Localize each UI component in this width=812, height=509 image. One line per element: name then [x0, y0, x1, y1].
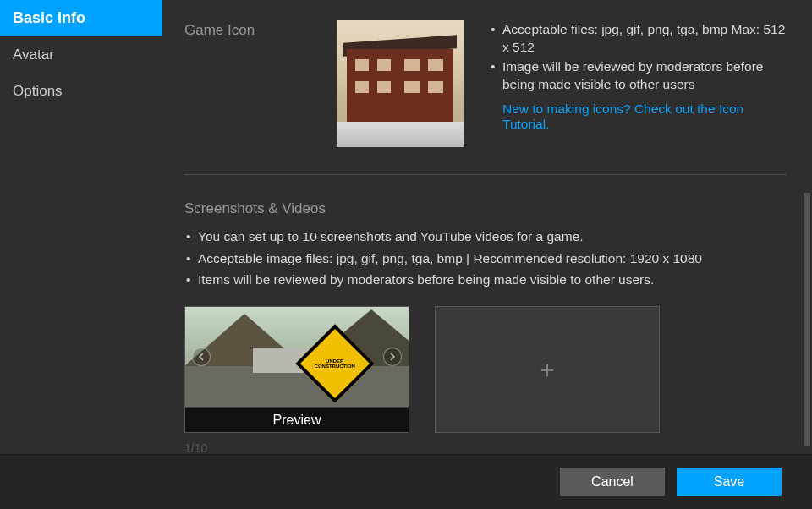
cancel-button[interactable]: Cancel — [560, 468, 665, 496]
sidebar-item-avatar[interactable]: Avatar — [0, 36, 162, 73]
sidebar-item-label: Basic Info — [13, 9, 85, 27]
info-bullet: Items will be reviewed by moderators bef… — [184, 269, 787, 291]
media-counter: 1/10 — [184, 441, 787, 454]
info-bullet: Acceptable image files: jpg, gif, png, t… — [184, 248, 787, 270]
sidebar: Basic Info Avatar Options — [0, 0, 162, 454]
thumbnail-caption: Preview — [185, 407, 409, 432]
media-row: UNDER CONSTRUCTION Preview ＋ — [184, 306, 787, 433]
screenshot-thumbnail[interactable]: UNDER CONSTRUCTION Preview — [184, 306, 409, 433]
icon-tutorial-link[interactable]: New to making icons? Check out the Icon … — [489, 101, 787, 132]
add-media-button[interactable]: ＋ — [435, 306, 660, 433]
scrollbar-thumb[interactable] — [804, 193, 810, 446]
sidebar-item-label: Avatar — [13, 47, 54, 63]
footer: Cancel Save — [0, 454, 812, 509]
thumbnail-prev-button[interactable] — [192, 348, 211, 366]
game-icon-section: Game Icon — [184, 0, 787, 147]
game-icon-info: Acceptable files: jpg, gif, png, tga, bm… — [472, 20, 787, 147]
screenshots-title: Screenshots & Videos — [184, 200, 787, 217]
plus-icon: ＋ — [535, 353, 559, 386]
sidebar-item-options[interactable]: Options — [0, 73, 162, 109]
section-divider — [184, 174, 787, 175]
info-bullet: Image will be reviewed by moderators bef… — [489, 57, 787, 95]
game-icon-label: Game Icon — [184, 20, 337, 147]
content-scroll-area[interactable]: Game Icon — [162, 0, 802, 454]
screenshots-info: You can set up to 10 screenshots and You… — [184, 226, 787, 291]
game-icon-image[interactable] — [337, 20, 464, 147]
info-bullet: Acceptable files: jpg, gif, png, tga, bm… — [489, 20, 787, 57]
thumbnail-next-button[interactable] — [383, 348, 402, 366]
info-bullet: You can set up to 10 screenshots and You… — [184, 226, 787, 248]
save-button[interactable]: Save — [677, 468, 782, 496]
scrollbar[interactable] — [802, 0, 812, 454]
sidebar-item-basic-info[interactable]: Basic Info — [0, 0, 162, 36]
sidebar-item-label: Options — [13, 83, 63, 100]
